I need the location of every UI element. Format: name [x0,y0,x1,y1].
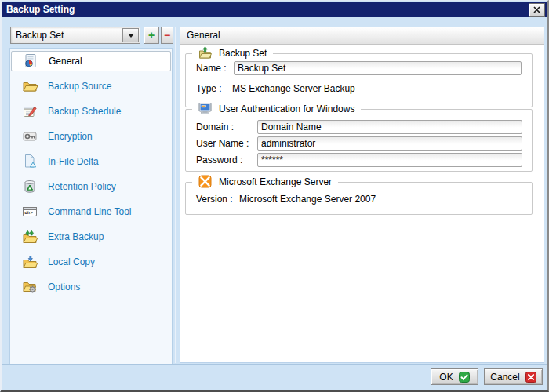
remove-backup-set-button[interactable]: − [161,27,173,44]
sidebar-nav: General Backup Source Backup Schedul [9,48,173,365]
version-label: Version : [196,194,233,205]
document-delta-icon [22,154,38,169]
svg-text:dir>: dir> [25,210,34,215]
add-backup-set-button[interactable]: + [144,27,159,44]
backup-type-value: MS Exchange Server Backup [232,83,355,94]
computer-monitor-icon [198,102,212,115]
exchange-version-value: Microsoft Exchange Server 2007 [239,194,376,205]
chevron-down-icon [128,34,134,38]
backup-set-group: Backup Set Name : Type : MS Exchange Ser… [185,53,533,107]
sidebar-item-extra-backup[interactable]: Extra Backup [11,227,171,247]
folder-gear-icon [22,279,38,295]
sidebar-item-label: Local Copy [48,256,95,267]
domain-input[interactable] [257,120,522,134]
backup-set-dropdown[interactable]: Backup Set [10,27,140,44]
bin-recycle-icon [22,179,38,194]
folder-open-icon [22,78,38,94]
calendar-pencil-icon [22,103,38,119]
sidebar-item-local-copy[interactable]: Local Copy [11,252,171,272]
group-legend: User Authentication for Windows [219,103,354,114]
folder-down-arrow-icon [22,254,38,270]
user-auth-group: User Authentication for Windows Domain :… [185,109,533,172]
ok-button[interactable]: OK [431,368,478,385]
ok-check-icon [459,372,470,383]
password-input[interactable] [257,153,522,167]
cancel-button[interactable]: Cancel [484,368,543,385]
sidebar-item-general[interactable]: General [11,51,171,71]
sidebar-item-label: In-File Delta [48,156,99,167]
sidebar-item-in-file-delta[interactable]: In-File Delta [11,151,171,172]
sidebar-item-label: Encryption [48,131,93,142]
type-label: Type : [196,83,222,94]
general-panel: General Backup Set Name : Type : [180,27,544,363]
name-label: Name : [196,63,227,74]
close-button[interactable] [529,3,545,17]
titlebar: Backup Setting [2,2,547,17]
folder-up-arrow-icon [198,46,212,60]
sidebar-item-label: Retention Policy [48,181,116,192]
panel-header: General [180,27,544,45]
sidebar-item-label: Options [48,281,80,292]
group-legend: Microsoft Exchange Server [219,176,332,187]
footer-bar: OK Cancel [2,364,547,390]
sidebar-item-label: Extra Backup [48,231,104,242]
splitter [175,27,176,363]
user-name-label: User Name : [196,138,249,149]
sidebar-item-backup-source[interactable]: Backup Source [11,76,171,96]
cancel-button-label: Cancel [490,372,519,383]
key-icon [22,129,38,144]
sidebar-item-options[interactable]: Options [11,277,171,297]
general-document-pie-icon [23,53,38,69]
domain-label: Domain : [196,122,234,132]
sidebar-item-backup-schedule[interactable]: Backup Schedule [11,101,171,122]
backup-set-name-input[interactable] [234,61,522,75]
sidebar-item-label: General [49,56,82,67]
close-icon [533,5,540,16]
backup-setting-dialog: Backup Setting Backup Set + − [0,0,549,392]
group-legend: Backup Set [219,48,267,59]
folder-up-arrows-icon [22,229,38,245]
sidebar-item-label: Backup Source [48,81,111,92]
console-dir-icon: dir> [22,204,38,220]
password-label: Password : [196,154,242,165]
sidebar-item-encryption[interactable]: Encryption [11,126,171,147]
sidebar-item-label: Backup Schedule [48,106,121,117]
sidebar-item-command-line-tool[interactable]: dir> Command Line Tool [11,201,171,222]
ok-button-label: OK [439,372,453,383]
window-title: Backup Setting [2,4,75,15]
sidebar-item-label: Command Line Tool [48,206,132,217]
plus-icon: + [148,30,155,41]
cancel-x-icon [525,372,536,383]
user-name-input[interactable] [257,136,522,151]
exchange-server-group: Microsoft Exchange Server Version : Micr… [185,182,533,215]
sidebar-item-retention-policy[interactable]: Retention Policy [11,176,171,197]
dropdown-arrow-button[interactable] [122,28,139,42]
backup-set-dropdown-value: Backup Set [16,27,64,43]
exchange-logo-icon [198,175,212,188]
minus-icon: − [164,30,170,41]
